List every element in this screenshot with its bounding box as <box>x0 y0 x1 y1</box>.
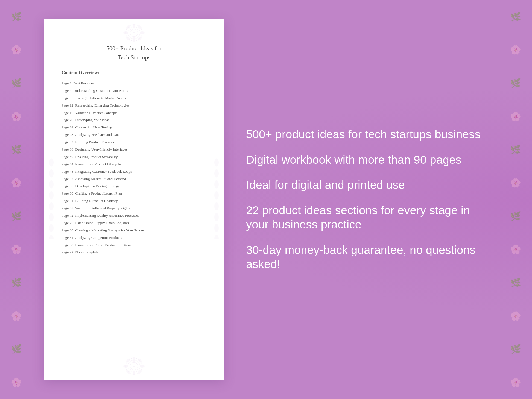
floral-item: 🌸 <box>11 45 22 54</box>
svg-point-13 <box>125 36 131 41</box>
svg-point-30 <box>214 235 219 239</box>
toc-entry: Page 72: Implementing Quality Assurance … <box>59 212 209 219</box>
content-overview-label: Content Overview: <box>62 70 209 75</box>
floral-item: 🌸 <box>510 378 521 387</box>
toc-entry: Page 88: Planning for Future Product Ite… <box>59 242 209 249</box>
floral-item: 🌸 <box>11 378 22 387</box>
table-of-contents: Page 2: Best PracticesPage 4: Understand… <box>59 80 209 256</box>
watermark-top <box>93 22 175 44</box>
floral-border-left: 🌿 🌸 🌿 🌸 🌿 🌸 🌿 🌸 🌿 🌸 🌿 🌸 <box>0 0 33 399</box>
toc-entry: Page 80: Creating a Marketing Strategy f… <box>59 227 209 234</box>
toc-entry: Page 64: Building a Product Roadmap <box>59 197 209 205</box>
svg-point-25 <box>214 180 219 189</box>
watermark-right <box>211 157 222 242</box>
floral-item: 🌸 <box>11 245 22 254</box>
svg-point-19 <box>49 202 54 210</box>
svg-point-38 <box>133 357 135 362</box>
svg-point-43 <box>137 358 142 363</box>
svg-point-21 <box>49 224 54 232</box>
doc-title-line2: Tech Startups <box>118 54 150 61</box>
floral-item: 🌿 <box>510 345 521 353</box>
toc-entry: Page 28: Analyzing Feedback and Data <box>59 131 209 139</box>
floral-item: 🌿 <box>510 145 521 154</box>
feature-1: 500+ product ideas for tech startups bus… <box>246 127 483 142</box>
toc-entry: Page 20: Prototyping Your Ideas <box>59 116 209 124</box>
document-title: 500+ Product Ideas for Tech Startups <box>59 44 209 62</box>
svg-point-11 <box>125 24 131 30</box>
toc-entry: Page 48: Integrating Customer Feedback L… <box>59 168 209 175</box>
features-panel: 500+ product ideas for tech startups bus… <box>224 127 510 272</box>
svg-point-40 <box>123 365 128 368</box>
svg-point-14 <box>137 36 142 41</box>
floral-item: 🌸 <box>510 245 521 254</box>
svg-point-12 <box>137 24 142 30</box>
toc-entry: Page 32: Refining Product Features <box>59 139 209 146</box>
svg-point-1 <box>128 27 140 39</box>
svg-point-2 <box>130 29 138 37</box>
floral-item: 🌸 <box>510 178 521 187</box>
feature-5: 30-day money-back guarantee, no question… <box>246 243 483 272</box>
toc-entry: Page 40: Ensuring Product Scalability <box>59 153 209 161</box>
svg-point-18 <box>49 191 54 200</box>
floral-item: 🌿 <box>510 79 521 87</box>
toc-entry: Page 12: Researching Emerging Technologi… <box>59 102 209 109</box>
toc-entry: Page 52: Assessing Market Fit and Demand <box>59 175 209 183</box>
floral-item: 🌿 <box>11 12 22 21</box>
svg-point-22 <box>49 235 54 239</box>
feature-4: 22 product ideas sections for every stag… <box>246 203 483 232</box>
feature-3: Ideal for digital and printed use <box>246 178 483 192</box>
svg-point-0 <box>126 25 142 41</box>
toc-entry: Page 2: Best Practices <box>59 80 209 87</box>
floral-item: 🌸 <box>11 178 22 187</box>
floral-item: 🌸 <box>510 45 521 54</box>
svg-point-15 <box>49 159 54 167</box>
svg-point-20 <box>49 213 54 221</box>
document-preview: 500+ Product Ideas for Tech Startups Con… <box>44 19 224 380</box>
svg-point-44 <box>125 369 131 375</box>
floral-item: 🌸 <box>11 112 22 121</box>
toc-entry: Page 76: Establishing Supply Chain Logis… <box>59 219 209 227</box>
floral-item: 🌿 <box>11 79 22 87</box>
floral-item: 🌿 <box>11 145 22 154</box>
svg-point-29 <box>214 224 219 232</box>
toc-entry: Page 4: Understanding Customer Pain Poin… <box>59 87 209 95</box>
svg-point-7 <box>133 24 135 28</box>
doc-title-line1: 500+ Product Ideas for <box>106 45 162 52</box>
svg-line-6 <box>128 27 140 39</box>
svg-point-26 <box>214 191 219 200</box>
toc-entry: Page 16: Validating Product Concepts <box>59 109 209 117</box>
svg-point-23 <box>214 159 219 167</box>
floral-item: 🌿 <box>11 345 22 353</box>
svg-point-41 <box>140 365 145 368</box>
floral-item: 🌿 <box>510 212 521 221</box>
svg-point-16 <box>49 169 54 178</box>
toc-entry: Page 8: Ideating Solutions to Market Nee… <box>59 95 209 102</box>
toc-entry: Page 44: Planning for Product Lifecycle <box>59 161 209 168</box>
svg-point-33 <box>130 362 138 370</box>
floral-item: 🌸 <box>11 312 22 320</box>
svg-line-37 <box>128 360 140 372</box>
svg-point-24 <box>214 169 219 178</box>
toc-entry: Page 84: Analyzing Competitor Products <box>59 234 209 242</box>
svg-point-10 <box>140 31 145 34</box>
svg-point-39 <box>133 371 135 375</box>
svg-point-9 <box>123 31 128 34</box>
floral-item: 🌸 <box>510 312 521 320</box>
toc-entry: Page 60: Crafting a Product Launch Plan <box>59 190 209 197</box>
svg-point-45 <box>137 369 142 375</box>
floral-item: 🌿 <box>510 12 521 21</box>
toc-entry: Page 92: Notes Template <box>59 249 209 256</box>
watermark-left <box>46 157 57 242</box>
toc-entry: Page 56: Developing a Pricing Strategy <box>59 183 209 190</box>
svg-point-8 <box>133 37 135 42</box>
floral-item: 🌿 <box>11 212 22 221</box>
svg-point-27 <box>214 202 219 210</box>
svg-line-36 <box>128 360 140 372</box>
toc-entry: Page 68: Securing Intellectual Property … <box>59 205 209 212</box>
watermark-bottom <box>93 355 175 377</box>
floral-item: 🌸 <box>510 112 521 121</box>
svg-line-5 <box>128 27 140 39</box>
svg-point-28 <box>214 213 219 221</box>
feature-2: Digital workbook with more than 90 pages <box>246 153 483 167</box>
floral-item: 🌿 <box>11 278 22 287</box>
